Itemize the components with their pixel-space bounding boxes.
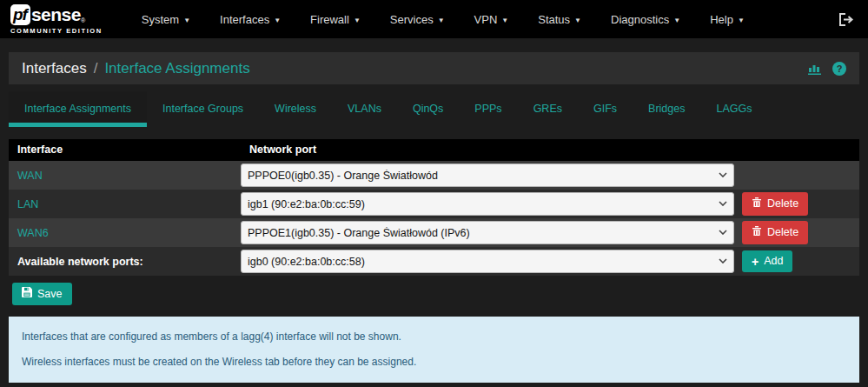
save-floppy-icon bbox=[22, 287, 32, 301]
trash-icon bbox=[752, 197, 762, 211]
trash-icon bbox=[752, 225, 762, 240]
select-wrapper: igb1 (90:e2:ba:0b:cc:59) bbox=[241, 192, 734, 216]
tab-vlans[interactable]: VLANs bbox=[332, 91, 397, 127]
menu-item-label: Help bbox=[710, 13, 733, 26]
tab-gifs[interactable]: GIFs bbox=[578, 91, 633, 127]
menu-item-label: Firewall bbox=[310, 13, 349, 26]
tab-interface-groups[interactable]: Interface Groups bbox=[147, 91, 259, 127]
available-network-ports-label: Available network ports: bbox=[9, 256, 241, 268]
community-edition-label: COMMUNITY EDITION bbox=[10, 28, 103, 35]
main-menu: System ▼ Interfaces ▼ Firewall ▼ Service… bbox=[127, 4, 759, 35]
breadcrumb-section: Interfaces bbox=[22, 60, 87, 77]
interface-link-lan[interactable]: LAN bbox=[9, 198, 241, 210]
available-port-select[interactable]: igb0 (90:e2:ba:0b:cc:58) bbox=[241, 250, 734, 273]
table-header-row: Interface Network port bbox=[9, 139, 859, 161]
caret-down-icon: ▼ bbox=[673, 17, 680, 24]
tab-laggs[interactable]: LAGGs bbox=[700, 91, 767, 127]
delete-lan-button[interactable]: Delete bbox=[742, 192, 808, 216]
caret-down-icon: ▼ bbox=[354, 17, 361, 24]
breadcrumb-separator: / bbox=[94, 60, 98, 77]
caret-down-icon: ▼ bbox=[183, 17, 190, 24]
menu-item-label: Diagnostics bbox=[611, 13, 669, 26]
add-button-label: Add bbox=[764, 255, 783, 268]
tab-qinqs[interactable]: QinQs bbox=[397, 91, 459, 127]
info-line-wireless: Wireless interfaces must be created on t… bbox=[22, 356, 846, 368]
network-port-select-lan[interactable]: igb1 (90:e2:ba:0b:cc:59) bbox=[241, 192, 734, 216]
network-port-select-wan6[interactable]: PPPOE1(igb0.35) - Orange Światłowód (IPv… bbox=[241, 221, 734, 244]
breadcrumb-actions: ? bbox=[808, 62, 846, 76]
status-chart-icon[interactable] bbox=[808, 63, 822, 75]
port-cell: PPPOE0(igb0.35) - Orange Światłowód bbox=[241, 163, 859, 187]
tab-wireless[interactable]: Wireless bbox=[259, 91, 332, 127]
save-button-label: Save bbox=[37, 288, 63, 301]
table-row-wan6: WAN6 PPPOE1(igb0.35) - Orange Światłowód… bbox=[9, 218, 859, 247]
info-panel: Interfaces that are configured as member… bbox=[9, 317, 859, 383]
pfsense-logo-pf-badge: pf bbox=[10, 4, 30, 25]
form-actions: Save bbox=[12, 283, 868, 305]
delete-button-label: Delete bbox=[767, 226, 798, 239]
column-header-network-port: Network port bbox=[241, 143, 859, 156]
menu-item-diagnostics[interactable]: Diagnostics ▼ bbox=[596, 4, 695, 35]
menu-item-label: Services bbox=[390, 13, 434, 26]
pfsense-logo-wordmark: pf sense ® bbox=[10, 4, 103, 25]
menu-item-label: System bbox=[142, 13, 179, 26]
menu-item-label: Status bbox=[538, 13, 570, 26]
save-button[interactable]: Save bbox=[12, 283, 72, 305]
delete-button-label: Delete bbox=[767, 197, 798, 210]
help-icon[interactable]: ? bbox=[832, 62, 846, 76]
registered-trademark-symbol: ® bbox=[81, 17, 85, 23]
interface-link-wan[interactable]: WAN bbox=[9, 170, 241, 182]
select-wrapper: PPPOE0(igb0.35) - Orange Światłowód bbox=[241, 163, 734, 187]
caret-down-icon: ▼ bbox=[438, 17, 445, 24]
menu-item-firewall[interactable]: Firewall ▼ bbox=[295, 4, 375, 35]
caret-down-icon: ▼ bbox=[501, 17, 508, 24]
port-cell: igb0 (90:e2:ba:0b:cc:58) + Add bbox=[241, 250, 859, 273]
menu-item-services[interactable]: Services ▼ bbox=[375, 4, 460, 35]
subnav-tabs: Interface Assignments Interface Groups W… bbox=[9, 91, 859, 127]
menu-item-system[interactable]: System ▼ bbox=[127, 4, 205, 35]
menu-item-label: Interfaces bbox=[220, 13, 269, 26]
table-row-available-ports: Available network ports: igb0 (90:e2:ba:… bbox=[9, 247, 859, 276]
tab-bridges[interactable]: Bridges bbox=[633, 91, 700, 127]
menu-item-vpn[interactable]: VPN ▼ bbox=[460, 4, 524, 35]
menu-item-help[interactable]: Help ▼ bbox=[695, 4, 759, 35]
menu-item-status[interactable]: Status ▼ bbox=[523, 4, 596, 35]
info-line-lagg: Interfaces that are configured as member… bbox=[22, 330, 846, 343]
caret-down-icon: ▼ bbox=[738, 17, 745, 24]
network-port-select-wan[interactable]: PPPOE0(igb0.35) - Orange Światłowód bbox=[241, 163, 734, 187]
port-cell: PPPOE1(igb0.35) - Orange Światłowód (IPv… bbox=[241, 221, 859, 244]
port-cell: igb1 (90:e2:ba:0b:cc:59) Delete bbox=[241, 192, 859, 216]
sign-out-icon[interactable] bbox=[836, 10, 858, 30]
interface-assignments-table: Interface Network port WAN PPPOE0(igb0.3… bbox=[9, 139, 859, 276]
table-row-lan: LAN igb1 (90:e2:ba:0b:cc:59) bbox=[9, 190, 859, 218]
add-interface-button[interactable]: + Add bbox=[742, 250, 792, 272]
navbar-right bbox=[836, 10, 858, 30]
select-wrapper: PPPOE1(igb0.35) - Orange Światłowód (IPv… bbox=[241, 221, 734, 244]
pfsense-logo[interactable]: pf sense ® COMMUNITY EDITION bbox=[10, 4, 103, 35]
table-row-wan: WAN PPPOE0(igb0.35) - Orange Światłowód bbox=[9, 161, 859, 190]
interface-link-wan6[interactable]: WAN6 bbox=[9, 227, 241, 239]
breadcrumb: Interfaces / Interface Assignments ? bbox=[9, 52, 859, 84]
plus-icon: + bbox=[752, 257, 759, 266]
caret-down-icon: ▼ bbox=[274, 17, 281, 24]
tab-ppps[interactable]: PPPs bbox=[459, 91, 517, 127]
select-wrapper: igb0 (90:e2:ba:0b:cc:58) bbox=[241, 250, 734, 273]
caret-down-icon: ▼ bbox=[574, 17, 581, 24]
pfsense-logo-sense-text: sense bbox=[31, 5, 81, 23]
column-header-interface: Interface bbox=[9, 143, 241, 156]
breadcrumb-current-page[interactable]: Interface Assignments bbox=[104, 60, 249, 77]
menu-item-interfaces[interactable]: Interfaces ▼ bbox=[205, 4, 295, 35]
top-navbar: pf sense ® COMMUNITY EDITION System ▼ In… bbox=[0, 0, 868, 38]
tab-interface-assignments[interactable]: Interface Assignments bbox=[9, 91, 147, 127]
delete-wan6-button[interactable]: Delete bbox=[742, 221, 808, 244]
tab-gres[interactable]: GREs bbox=[518, 91, 578, 127]
menu-item-label: VPN bbox=[474, 13, 498, 26]
